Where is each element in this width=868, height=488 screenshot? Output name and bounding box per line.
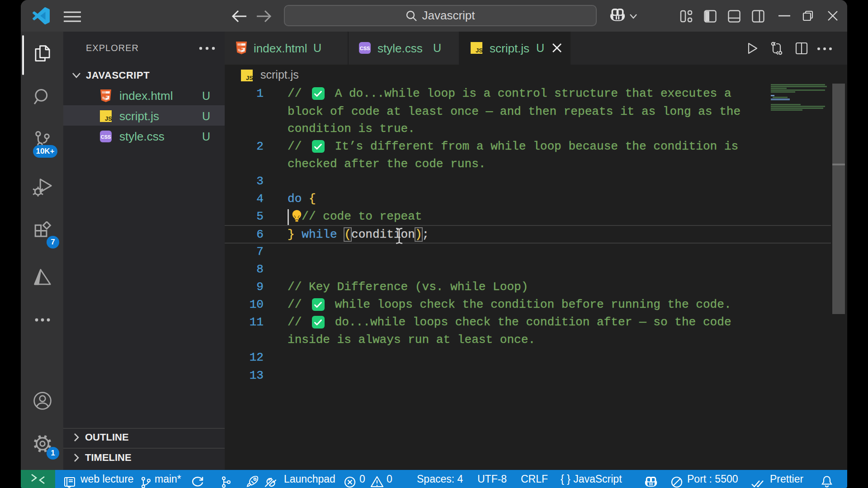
svg-text:JS: JS <box>476 47 483 54</box>
svg-text:JS: JS <box>105 115 112 122</box>
svg-text:CSS: CSS <box>360 46 370 51</box>
svg-text:JS: JS <box>246 75 253 81</box>
svg-text:CSS: CSS <box>101 134 111 140</box>
